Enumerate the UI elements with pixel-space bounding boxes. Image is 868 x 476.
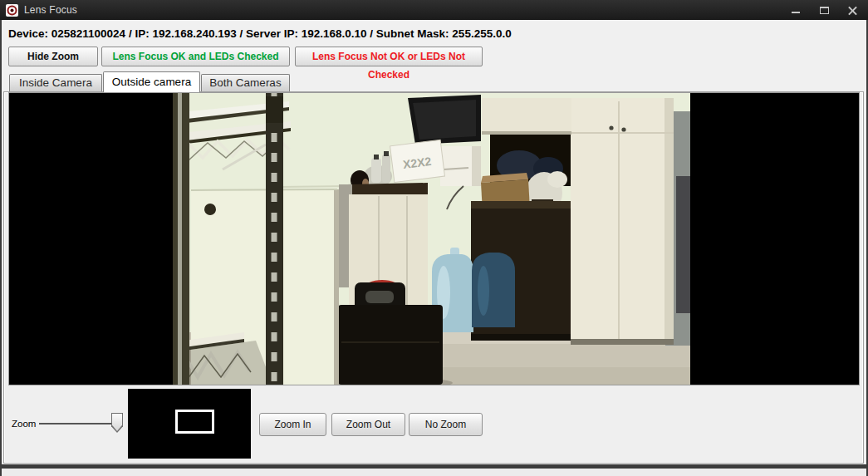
window-controls [788, 0, 860, 20]
lens-focus-ok-button[interactable]: Lens Focus OK and LEDs Checked [101, 47, 290, 66]
maximize-button[interactable] [817, 3, 831, 17]
hide-zoom-button[interactable]: Hide Zoom [8, 47, 98, 66]
lens-focus-window: Lens Focus Device: 025821100024 / IP: 19… [0, 0, 868, 476]
close-icon [848, 6, 857, 15]
camera-scene: X2X2 [173, 93, 690, 385]
zoom-slider-track[interactable] [39, 423, 115, 424]
close-button[interactable] [845, 3, 860, 17]
no-zoom-button[interactable]: No Zoom [409, 413, 483, 436]
zoom-in-button[interactable]: Zoom In [259, 413, 326, 436]
zoom-minimap-viewport[interactable] [175, 410, 214, 434]
lens-focus-not-ok-button[interactable]: Lens Focus Not OK or LEDs Not Checked [295, 47, 483, 66]
zoom-out-button[interactable]: Zoom Out [331, 413, 405, 436]
tab-outside-camera[interactable]: Outside camera [103, 71, 200, 92]
x2x2-box: X2X2 [390, 140, 445, 182]
minimize-button[interactable] [788, 3, 803, 17]
window-bottom-edge [0, 469, 868, 476]
maximize-icon [820, 7, 829, 14]
zoom-minimap [128, 389, 251, 459]
window-title: Lens Focus [24, 4, 77, 16]
app-icon [6, 4, 18, 17]
titlebar[interactable]: Lens Focus [0, 0, 868, 20]
camera-photo: X2X2 [173, 93, 690, 385]
tab-inside-camera[interactable]: Inside Camera [9, 74, 102, 91]
app-icon-glyph [7, 5, 17, 16]
camera-video-area: X2X2 [8, 92, 860, 385]
minimize-icon [792, 12, 800, 13]
device-info-text: Device: 025821100024 / IP: 192.168.240.1… [8, 27, 512, 40]
zoom-slider-label: Zoom [12, 419, 36, 429]
tab-both-cameras[interactable]: Both Cameras [201, 74, 290, 91]
window-bottom-border [0, 464, 868, 469]
